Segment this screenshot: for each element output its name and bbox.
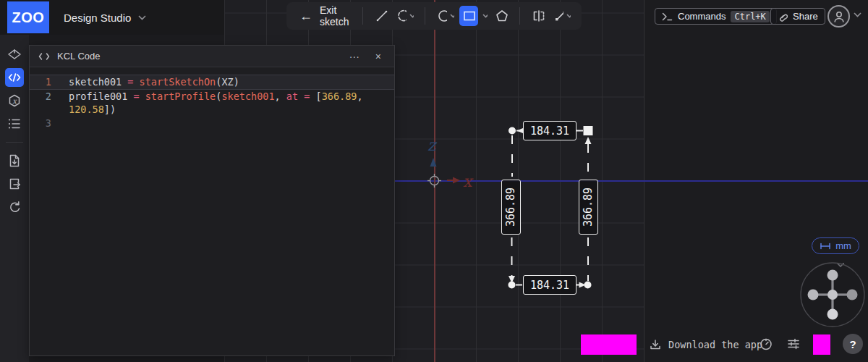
settings-sliders-icon[interactable] bbox=[787, 337, 800, 350]
commands-shortcut-badge: Ctrl+K bbox=[731, 11, 769, 22]
left-sidebar: x bbox=[0, 35, 29, 362]
gizmo-node-top[interactable] bbox=[827, 270, 838, 281]
help-button[interactable]: ? bbox=[843, 334, 863, 354]
file-arrow-right-icon bbox=[7, 177, 22, 191]
code-text bbox=[61, 117, 69, 130]
mirror-tool-icon bbox=[531, 8, 545, 24]
exit-sketch-label: Exit sketch bbox=[320, 4, 349, 28]
code-text: profile001 = startProfile(sketch001, at … bbox=[61, 90, 363, 104]
chevron-down-icon[interactable] bbox=[566, 14, 571, 18]
exit-sketch-button[interactable]: ← Exit sketch bbox=[295, 4, 354, 28]
chevron-down-icon[interactable] bbox=[409, 14, 414, 18]
line-number: 1 bbox=[30, 75, 61, 89]
z-axis-arrow-icon bbox=[430, 158, 437, 167]
arc-tool-icon bbox=[396, 8, 407, 24]
kcl-code-panel: KCL Code ··· × 1sketch001 = startSketchO… bbox=[29, 45, 395, 356]
sidebar-item-variables[interactable]: x bbox=[5, 91, 24, 110]
dim-arrow-up-icon bbox=[585, 137, 592, 144]
chevron-down-icon[interactable] bbox=[450, 14, 454, 18]
sidebar-divider bbox=[6, 142, 23, 143]
refresh-icon bbox=[7, 200, 22, 214]
project-menu[interactable]: Design Studio bbox=[64, 0, 146, 35]
sketch-point-bottom-left[interactable] bbox=[509, 282, 516, 289]
sidebar-item-export[interactable] bbox=[5, 151, 24, 170]
measurement-icon bbox=[820, 243, 831, 250]
download-app-label: Download the app bbox=[668, 339, 762, 350]
sketch-toolbar: ← Exit sketch bbox=[286, 2, 582, 30]
list-icon bbox=[7, 117, 22, 130]
kcl-panel-title: KCL Code bbox=[57, 51, 101, 62]
user-avatar[interactable] bbox=[827, 5, 850, 28]
terminal-icon bbox=[662, 12, 673, 21]
file-download-icon bbox=[7, 153, 22, 168]
rectangle-tool-icon bbox=[461, 8, 476, 24]
sidebar-item-kcl-code[interactable] bbox=[5, 68, 24, 87]
arc-tool-button[interactable] bbox=[393, 6, 416, 26]
project-name-label: Design Studio bbox=[64, 12, 131, 24]
chevron-down-icon[interactable] bbox=[482, 14, 488, 18]
sidebar-item-refresh[interactable] bbox=[5, 198, 24, 216]
dimension-height-right[interactable]: 366.89 bbox=[579, 180, 598, 235]
download-app-link[interactable]: Download the app bbox=[650, 334, 762, 355]
commands-label: Commands bbox=[678, 11, 726, 22]
dimension-width-bottom[interactable]: 184.31 bbox=[523, 275, 576, 295]
sketch-point-bottom-right[interactable] bbox=[584, 282, 592, 289]
rectangle-tool-button[interactable] bbox=[459, 6, 478, 26]
x-axis-arrow-icon bbox=[447, 177, 460, 184]
units-label: mm bbox=[835, 240, 851, 251]
link-icon bbox=[778, 12, 788, 22]
view-gizmo[interactable] bbox=[796, 258, 868, 331]
code-icon bbox=[38, 51, 50, 62]
share-button[interactable]: Share bbox=[770, 8, 825, 25]
line-number: 2 bbox=[30, 90, 61, 104]
segment-tool-icon bbox=[553, 8, 563, 24]
code-text: sketch001 = startSketchOn(XZ) bbox=[61, 75, 239, 89]
chevron-down-icon[interactable] bbox=[854, 12, 861, 17]
sidebar-item-file-share[interactable] bbox=[5, 174, 24, 193]
sidebar-item-feature-tree[interactable] bbox=[5, 45, 24, 64]
gizmo-node-center[interactable] bbox=[827, 290, 838, 300]
code-text: 120.58]) bbox=[61, 103, 116, 117]
kcl-panel-header[interactable]: KCL Code ··· × bbox=[30, 46, 394, 67]
redacted-overlay bbox=[581, 334, 637, 355]
variables-icon: x bbox=[7, 93, 22, 109]
code-line[interactable]: 120.58]) bbox=[30, 103, 394, 117]
polygon-tool-icon bbox=[494, 8, 509, 24]
dimension-height-left[interactable]: 366.89 bbox=[501, 180, 521, 235]
timer-icon[interactable] bbox=[760, 337, 773, 350]
sidebar-item-logs[interactable] bbox=[5, 114, 24, 133]
app-window: z x bbox=[0, 0, 868, 362]
zoo-logo[interactable]: ZOO bbox=[7, 1, 49, 33]
person-icon bbox=[833, 10, 846, 23]
chevron-down-icon bbox=[138, 15, 146, 20]
polygon-tool-button[interactable] bbox=[492, 6, 511, 26]
download-icon bbox=[650, 339, 661, 350]
svg-text:x: x bbox=[12, 97, 17, 105]
code-line[interactable]: 2profile001 = startProfile(sketch001, at… bbox=[30, 90, 394, 104]
origin-marker bbox=[427, 174, 441, 188]
panel-menu-button[interactable]: ··· bbox=[345, 51, 364, 62]
feature-tree-icon bbox=[7, 46, 22, 62]
line-tool-icon bbox=[374, 8, 388, 24]
toolbar-divider bbox=[425, 7, 425, 25]
segment-tool-button[interactable] bbox=[550, 6, 573, 26]
code-line[interactable]: 1sketch001 = startSketchOn(XZ) bbox=[30, 75, 394, 90]
panel-close-button[interactable]: × bbox=[371, 51, 386, 62]
sketch-point-top-left[interactable] bbox=[509, 127, 516, 135]
gizmo-node-left[interactable] bbox=[808, 290, 819, 300]
line-tool-button[interactable] bbox=[372, 6, 391, 26]
toolbar-divider bbox=[362, 7, 363, 25]
line-number bbox=[30, 103, 61, 117]
sketch-handle-top-right[interactable] bbox=[584, 126, 593, 135]
dimension-width-top[interactable]: 184.31 bbox=[523, 121, 576, 140]
units-selector[interactable]: mm bbox=[812, 237, 859, 254]
back-arrow-icon: ← bbox=[299, 9, 312, 22]
gizmo-node-bottom[interactable] bbox=[827, 309, 838, 320]
code-line[interactable]: 3 bbox=[30, 117, 394, 130]
circle-tool-button[interactable] bbox=[434, 6, 456, 26]
code-editor[interactable]: 1sketch001 = startSketchOn(XZ)2profile00… bbox=[30, 67, 394, 130]
mirror-tool-button[interactable] bbox=[529, 6, 548, 26]
line-number: 3 bbox=[30, 117, 61, 130]
commands-button[interactable]: Commands Ctrl+K bbox=[655, 8, 777, 25]
gizmo-node-right[interactable] bbox=[847, 290, 858, 300]
